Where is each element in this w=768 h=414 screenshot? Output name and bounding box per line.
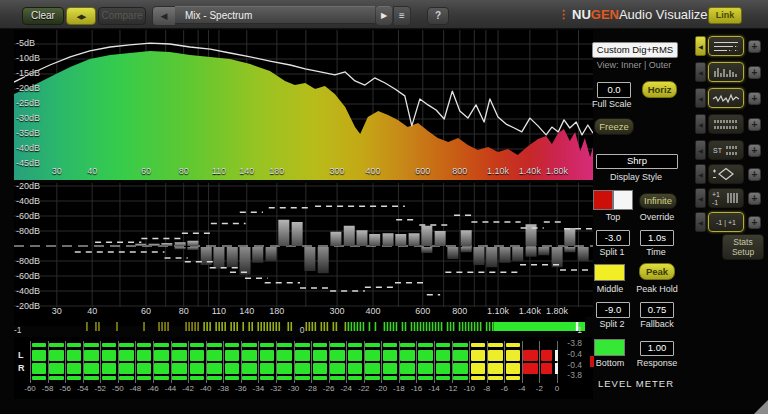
meter-segment (32, 376, 47, 380)
split2-input[interactable]: -9.0 (596, 302, 630, 318)
view-add-vectorscope-button[interactable]: + (748, 168, 761, 181)
override-button[interactable]: Infinite (639, 193, 677, 209)
meter-scale-label: -36 (235, 385, 247, 393)
meter-segment (102, 343, 117, 347)
stats-setup-button[interactable]: Stats Setup (722, 234, 764, 260)
view-toggle-histogram-button[interactable] (708, 62, 744, 82)
meter-scale-label: -26 (323, 385, 335, 393)
meter-segment (418, 376, 433, 380)
meter-scale-label: -4 (518, 385, 525, 393)
view-assign-histogram-button[interactable]: ◀ (695, 62, 706, 82)
meter-scale-label: -58 (42, 385, 54, 393)
meter-mode-dropdown[interactable]: Custom Dig+RMS (592, 42, 678, 58)
meter-segment (365, 376, 380, 380)
stats-setup-line2: Setup (732, 247, 754, 257)
meter-segment (453, 363, 468, 374)
split1-input[interactable]: -3.0 (596, 230, 630, 246)
preset-prev-button[interactable]: ◀ (152, 6, 176, 26)
st-ticks-icon: ST (710, 142, 742, 158)
meter-segment (488, 350, 503, 361)
meter-segment (242, 376, 257, 380)
meter-readout: -0.4 (556, 350, 582, 359)
view-assign-correlation-meter-button[interactable]: ◀ (695, 212, 706, 232)
meter-segment (436, 343, 451, 347)
view-toggle-spectrogram-button[interactable] (708, 114, 744, 134)
view-assign-stereo-spectrogram-button[interactable]: ◀ (695, 140, 706, 160)
logo-dots-icon: ⋮ (558, 8, 569, 21)
preset-next-button[interactable]: ▶ (376, 6, 392, 25)
view-assign-spectrum-button[interactable]: ◀ (695, 36, 706, 56)
logo-gen: GEN (591, 7, 619, 22)
view-assign-correlation-history-button[interactable]: ◀ (695, 188, 706, 208)
resize-handle[interactable] (754, 400, 768, 414)
view-toggle-waveform-button[interactable] (708, 88, 744, 108)
view-toggle-spectrum-button[interactable] (708, 36, 744, 56)
top-color-swatch-right[interactable] (613, 190, 633, 210)
meter-scale-label: -48 (130, 385, 142, 393)
full-scale-label: Full Scale (592, 100, 634, 109)
view-assign-vectorscope-button[interactable]: ◀ (695, 164, 706, 184)
meter-scale-label: -34 (253, 385, 265, 393)
view-toggle-vectorscope-button[interactable] (708, 164, 744, 184)
correlation-labels: -1 0 1 (14, 326, 585, 335)
full-scale-input[interactable]: 0.0 (597, 82, 631, 98)
view-add-spectrum-button[interactable]: + (748, 40, 761, 53)
view-add-spectrogram-button[interactable]: + (748, 118, 761, 131)
plugin-window: Clear ◀▶ Compare ◀ Mix - Spectrum ▶ ≡ ? … (0, 0, 768, 414)
meter-segment (137, 343, 152, 347)
view-toggle-stereo-spectrogram-button[interactable]: ST (708, 140, 744, 160)
clear-button[interactable]: Clear (22, 7, 64, 25)
meter-segment (313, 350, 328, 361)
response-input[interactable]: 1.00 (640, 341, 674, 356)
horiz-button[interactable]: Horiz (642, 81, 677, 98)
compare-button[interactable]: Compare (98, 7, 146, 25)
meter-segment (137, 363, 152, 374)
meter-segment (207, 376, 222, 380)
meter-segment (365, 350, 380, 361)
view-add-correlation-meter-button[interactable]: + (748, 216, 761, 229)
meter-scale-label: -18 (393, 385, 405, 393)
split1-label: Split 1 (592, 248, 632, 257)
meter-channel-label: R (18, 364, 25, 373)
meter-segment (471, 363, 486, 374)
fallback-input[interactable]: 0.75 (640, 302, 674, 318)
peak-button[interactable]: Peak (639, 263, 675, 280)
meter-segment (154, 343, 169, 347)
stats-setup-line1: Stats (733, 237, 752, 247)
preset-list-button[interactable]: ≡ (393, 6, 411, 26)
meter-segment (295, 343, 310, 347)
preset-dropdown[interactable]: Mix - Spectrum (175, 6, 375, 24)
meter-scale-label: -16 (411, 385, 423, 393)
meter-segment (119, 343, 134, 347)
view-add-stereo-spectrogram-button[interactable]: + (748, 144, 761, 157)
meter-segment (260, 343, 275, 347)
meter-segment (225, 343, 240, 347)
ab-toggle-button[interactable]: ◀▶ (66, 7, 96, 25)
difference-display: -20dB-40dB-60dB-80dB-80dB-60dB-40dB-20dB… (14, 183, 593, 317)
view-add-correlation-history-button[interactable]: + (748, 192, 761, 205)
top-color-swatch-left[interactable] (593, 190, 613, 210)
time-input[interactable]: 1.0s (640, 230, 674, 246)
meter-segment (330, 343, 345, 347)
meter-segment (418, 363, 433, 374)
corr-history-icon: +1-1 (710, 190, 742, 206)
view-add-histogram-button[interactable]: + (748, 66, 761, 79)
meter-segment (471, 376, 486, 380)
bottom-color-swatch[interactable] (594, 339, 625, 356)
view-add-waveform-button[interactable]: + (748, 92, 761, 105)
link-button[interactable]: Link (708, 7, 742, 24)
display-style-dropdown[interactable]: Shrp (596, 154, 678, 169)
meter-scale-label: -56 (59, 385, 71, 393)
meter-scale-label: -20 (376, 385, 388, 393)
view-assign-spectrogram-button[interactable]: ◀ (695, 114, 706, 134)
view-toggle-correlation-history-button[interactable]: +1-1 (708, 188, 744, 208)
middle-color-swatch[interactable] (594, 264, 625, 281)
meter-scale-label: -38 (217, 385, 229, 393)
view-toggle-correlation-meter-button[interactable]: -1 | +1 (708, 212, 744, 232)
view-assign-waveform-button[interactable]: ◀ (695, 88, 706, 108)
help-button[interactable]: ? (427, 7, 449, 25)
freeze-button[interactable]: Freeze (594, 118, 634, 135)
meter-scale-label: -22 (358, 385, 370, 393)
meter-scale-label: -40 (200, 385, 212, 393)
meter-segment (541, 363, 552, 374)
